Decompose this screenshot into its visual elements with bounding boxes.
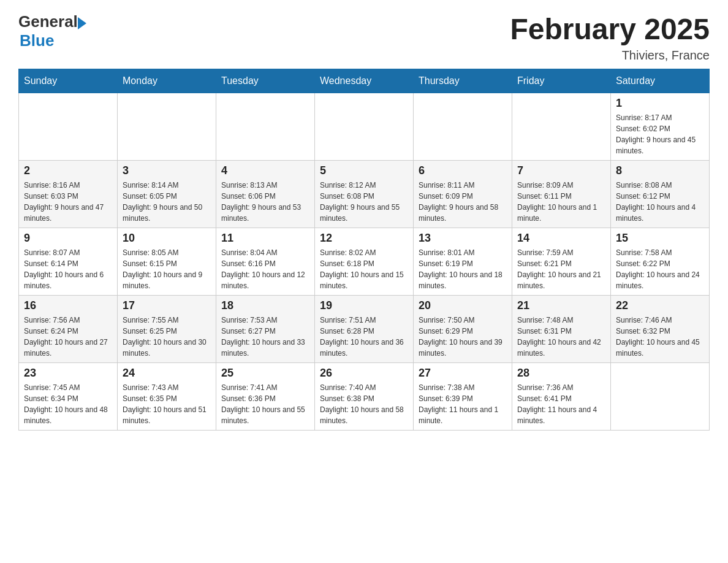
logo-general-text: General (18, 12, 78, 31)
day-info-text: Sunrise: 8:14 AMSunset: 6:05 PMDaylight:… (123, 180, 211, 224)
day-number: 12 (320, 232, 408, 245)
day-number: 9 (24, 232, 112, 245)
calendar-day-cell: 10Sunrise: 8:05 AMSunset: 6:15 PMDayligh… (118, 228, 216, 296)
day-info-text: Sunrise: 8:12 AMSunset: 6:08 PMDaylight:… (320, 180, 408, 224)
day-info-text: Sunrise: 7:55 AMSunset: 6:25 PMDaylight:… (123, 315, 211, 359)
calendar-day-cell: 18Sunrise: 7:53 AMSunset: 6:27 PMDayligh… (216, 296, 315, 363)
day-of-week-header: Thursday (414, 69, 512, 93)
day-number: 6 (419, 164, 507, 177)
calendar-day-cell (611, 363, 710, 431)
day-number: 17 (123, 299, 211, 312)
page-header: General Blue February 2025 Thiviers, Fra… (18, 12, 710, 63)
day-number: 4 (221, 164, 309, 177)
day-info-text: Sunrise: 8:09 AMSunset: 6:11 PMDaylight:… (517, 180, 605, 224)
calendar-day-cell: 22Sunrise: 7:46 AMSunset: 6:32 PMDayligh… (611, 296, 710, 363)
calendar-day-cell: 26Sunrise: 7:40 AMSunset: 6:38 PMDayligh… (315, 363, 414, 431)
calendar-week-row: 1Sunrise: 8:17 AMSunset: 6:02 PMDaylight… (19, 93, 710, 161)
title-section: February 2025 Thiviers, France (510, 12, 710, 63)
day-number: 18 (221, 299, 309, 312)
day-info-text: Sunrise: 8:17 AMSunset: 6:02 PMDaylight:… (616, 112, 704, 156)
logo: General Blue (18, 12, 86, 50)
day-info-text: Sunrise: 8:07 AMSunset: 6:14 PMDaylight:… (24, 247, 112, 291)
calendar-day-cell: 7Sunrise: 8:09 AMSunset: 6:11 PMDaylight… (512, 161, 611, 228)
day-number: 1 (616, 97, 704, 110)
calendar-day-cell: 20Sunrise: 7:50 AMSunset: 6:29 PMDayligh… (414, 296, 512, 363)
calendar-day-cell (414, 93, 512, 161)
calendar-day-cell: 13Sunrise: 8:01 AMSunset: 6:19 PMDayligh… (414, 228, 512, 296)
day-number: 24 (123, 367, 211, 380)
day-info-text: Sunrise: 7:50 AMSunset: 6:29 PMDaylight:… (419, 315, 507, 359)
day-info-text: Sunrise: 8:01 AMSunset: 6:19 PMDaylight:… (419, 247, 507, 291)
calendar-day-cell: 3Sunrise: 8:14 AMSunset: 6:05 PMDaylight… (118, 161, 216, 228)
calendar-day-cell: 6Sunrise: 8:11 AMSunset: 6:09 PMDaylight… (414, 161, 512, 228)
calendar-header-row: SundayMondayTuesdayWednesdayThursdayFrid… (19, 69, 710, 93)
day-of-week-header: Friday (512, 69, 611, 93)
day-number: 15 (616, 232, 704, 245)
day-info-text: Sunrise: 7:46 AMSunset: 6:32 PMDaylight:… (616, 315, 704, 359)
calendar-week-row: 16Sunrise: 7:56 AMSunset: 6:24 PMDayligh… (19, 296, 710, 363)
location-label: Thiviers, France (510, 48, 710, 63)
calendar-week-row: 2Sunrise: 8:16 AMSunset: 6:03 PMDaylight… (19, 161, 710, 228)
calendar-day-cell (216, 93, 315, 161)
day-number: 27 (419, 367, 507, 380)
day-info-text: Sunrise: 8:02 AMSunset: 6:18 PMDaylight:… (320, 247, 408, 291)
calendar-day-cell: 15Sunrise: 7:58 AMSunset: 6:22 PMDayligh… (611, 228, 710, 296)
calendar-day-cell: 24Sunrise: 7:43 AMSunset: 6:35 PMDayligh… (118, 363, 216, 431)
day-number: 13 (419, 232, 507, 245)
day-number: 10 (123, 232, 211, 245)
day-number: 7 (517, 164, 605, 177)
calendar-day-cell: 27Sunrise: 7:38 AMSunset: 6:39 PMDayligh… (414, 363, 512, 431)
calendar-day-cell: 1Sunrise: 8:17 AMSunset: 6:02 PMDaylight… (611, 93, 710, 161)
day-info-text: Sunrise: 8:08 AMSunset: 6:12 PMDaylight:… (616, 180, 704, 224)
calendar-day-cell: 5Sunrise: 8:12 AMSunset: 6:08 PMDaylight… (315, 161, 414, 228)
day-info-text: Sunrise: 8:13 AMSunset: 6:06 PMDaylight:… (221, 180, 309, 224)
calendar-day-cell: 25Sunrise: 7:41 AMSunset: 6:36 PMDayligh… (216, 363, 315, 431)
day-number: 19 (320, 299, 408, 312)
day-info-text: Sunrise: 8:04 AMSunset: 6:16 PMDaylight:… (221, 247, 309, 291)
day-info-text: Sunrise: 7:53 AMSunset: 6:27 PMDaylight:… (221, 315, 309, 359)
day-of-week-header: Sunday (19, 69, 118, 93)
day-info-text: Sunrise: 7:59 AMSunset: 6:21 PMDaylight:… (517, 247, 605, 291)
day-number: 3 (123, 164, 211, 177)
month-year-title: February 2025 (510, 12, 710, 46)
day-number: 23 (24, 367, 112, 380)
calendar-day-cell: 23Sunrise: 7:45 AMSunset: 6:34 PMDayligh… (19, 363, 118, 431)
calendar-day-cell: 4Sunrise: 8:13 AMSunset: 6:06 PMDaylight… (216, 161, 315, 228)
calendar-day-cell (19, 93, 118, 161)
day-number: 28 (517, 367, 605, 380)
calendar-day-cell (118, 93, 216, 161)
calendar-week-row: 9Sunrise: 8:07 AMSunset: 6:14 PMDaylight… (19, 228, 710, 296)
calendar-week-row: 23Sunrise: 7:45 AMSunset: 6:34 PMDayligh… (19, 363, 710, 431)
calendar-day-cell: 16Sunrise: 7:56 AMSunset: 6:24 PMDayligh… (19, 296, 118, 363)
day-number: 21 (517, 299, 605, 312)
calendar-day-cell (512, 93, 611, 161)
day-info-text: Sunrise: 7:43 AMSunset: 6:35 PMDaylight:… (123, 382, 211, 426)
day-number: 25 (221, 367, 309, 380)
calendar-table: SundayMondayTuesdayWednesdayThursdayFrid… (18, 69, 710, 431)
day-number: 16 (24, 299, 112, 312)
day-info-text: Sunrise: 7:45 AMSunset: 6:34 PMDaylight:… (24, 382, 112, 426)
day-number: 2 (24, 164, 112, 177)
calendar-day-cell: 8Sunrise: 8:08 AMSunset: 6:12 PMDaylight… (611, 161, 710, 228)
calendar-day-cell: 19Sunrise: 7:51 AMSunset: 6:28 PMDayligh… (315, 296, 414, 363)
day-number: 8 (616, 164, 704, 177)
day-info-text: Sunrise: 8:05 AMSunset: 6:15 PMDaylight:… (123, 247, 211, 291)
calendar-day-cell: 2Sunrise: 8:16 AMSunset: 6:03 PMDaylight… (19, 161, 118, 228)
calendar-day-cell: 11Sunrise: 8:04 AMSunset: 6:16 PMDayligh… (216, 228, 315, 296)
day-of-week-header: Wednesday (315, 69, 414, 93)
day-number: 14 (517, 232, 605, 245)
day-number: 11 (221, 232, 309, 245)
logo-blue-text: Blue (20, 31, 86, 50)
calendar-day-cell: 17Sunrise: 7:55 AMSunset: 6:25 PMDayligh… (118, 296, 216, 363)
calendar-day-cell: 12Sunrise: 8:02 AMSunset: 6:18 PMDayligh… (315, 228, 414, 296)
day-info-text: Sunrise: 7:41 AMSunset: 6:36 PMDaylight:… (221, 382, 309, 426)
logo-arrow-icon (78, 17, 86, 29)
day-info-text: Sunrise: 7:56 AMSunset: 6:24 PMDaylight:… (24, 315, 112, 359)
day-info-text: Sunrise: 8:16 AMSunset: 6:03 PMDaylight:… (24, 180, 112, 224)
day-of-week-header: Tuesday (216, 69, 315, 93)
day-info-text: Sunrise: 7:48 AMSunset: 6:31 PMDaylight:… (517, 315, 605, 359)
day-info-text: Sunrise: 7:36 AMSunset: 6:41 PMDaylight:… (517, 382, 605, 426)
day-number: 5 (320, 164, 408, 177)
calendar-day-cell (315, 93, 414, 161)
calendar-day-cell: 9Sunrise: 8:07 AMSunset: 6:14 PMDaylight… (19, 228, 118, 296)
